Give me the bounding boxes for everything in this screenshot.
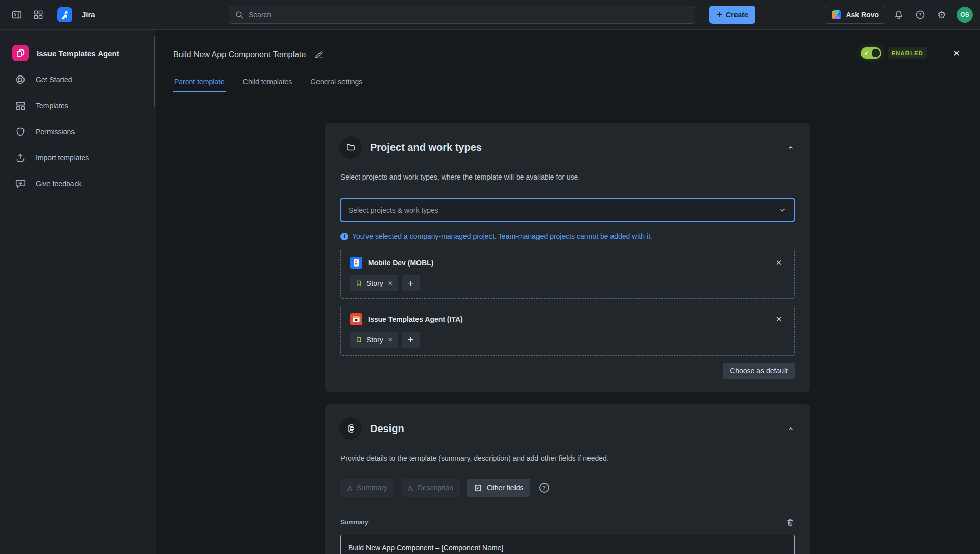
create-button-label: Create <box>726 11 748 19</box>
main-content: Build New App Component Template ✓ ENABL… <box>156 30 980 554</box>
chevron-down-icon <box>778 206 787 214</box>
add-work-type-button[interactable]: + <box>402 275 420 291</box>
app-grid-icon <box>33 9 44 20</box>
card-title: Project and work types <box>370 142 482 154</box>
selected-project-row: Issue Templates Agent (ITA) ✕ Story ✕ + <box>340 306 795 356</box>
project-header: Mobile Dev (MOBL) ✕ <box>350 257 785 269</box>
info-message: i You've selected a company-managed proj… <box>340 232 652 240</box>
lifebuoy-icon <box>14 73 27 86</box>
card-header: Project and work types <box>339 136 798 159</box>
search-icon <box>235 10 244 19</box>
enabled-toggle[interactable]: ✓ <box>861 47 881 59</box>
work-type-chips: Story ✕ + <box>350 275 785 291</box>
page-header: Build New App Component Template <box>173 48 326 61</box>
pencil-icon <box>314 49 324 60</box>
sidebar: Issue Templates Agent Get Started Templa… <box>0 30 156 554</box>
project-select[interactable]: Select projects & work types <box>340 198 795 222</box>
avatar[interactable]: OS <box>957 7 973 23</box>
shield-icon <box>14 125 27 138</box>
search-input[interactable] <box>249 11 689 19</box>
feedback-icon <box>14 178 27 190</box>
toggle-knob <box>872 49 880 57</box>
plus-icon: + <box>717 10 722 19</box>
field-buttons-row: A Summary A Description Other fields ? <box>340 479 549 497</box>
sidebar-item-import-templates[interactable]: Import templates <box>0 144 156 170</box>
settings-button[interactable]: ⚙ <box>933 6 950 23</box>
app-name: Jira <box>82 10 95 19</box>
close-button[interactable]: ✕ <box>948 45 965 61</box>
tab-child-templates[interactable]: Child templates <box>242 75 293 92</box>
help-button[interactable]: ? <box>912 6 929 23</box>
work-type-chip-story[interactable]: Story ✕ <box>350 332 398 348</box>
sidebar-item-label: Get Started <box>36 75 72 84</box>
delete-field-button[interactable] <box>783 516 797 529</box>
work-type-label: Story <box>366 336 383 344</box>
project-name: Issue Templates Agent (ITA) <box>368 315 463 323</box>
text-field-icon: A <box>408 484 413 492</box>
sidebar-app-title: Issue Templates Agent <box>37 49 119 58</box>
project-header: Issue Templates Agent (ITA) ✕ <box>350 313 785 325</box>
templates-icon <box>14 99 27 112</box>
form-icon <box>474 484 482 492</box>
sidebar-item-get-started[interactable]: Get Started <box>0 66 156 92</box>
ask-rovo-button[interactable]: Ask Rovo <box>825 6 886 24</box>
global-search[interactable] <box>229 6 695 24</box>
sidebar-item-label: Import templates <box>36 154 89 162</box>
collapse-button[interactable] <box>783 421 798 436</box>
tab-parent-template[interactable]: Parent template <box>173 75 226 92</box>
sidebar-toggle-button[interactable] <box>8 6 26 23</box>
notifications-button[interactable] <box>890 6 908 23</box>
sidebar-item-templates[interactable]: Templates <box>0 92 156 118</box>
close-icon: ✕ <box>776 258 782 267</box>
outline-tree-icon <box>339 417 362 440</box>
bookmark-icon <box>355 336 362 343</box>
ask-rovo-label: Ask Rovo <box>846 11 879 19</box>
add-description-label: Description <box>418 484 453 492</box>
card-title: Design <box>370 423 404 435</box>
divider <box>938 46 938 60</box>
add-work-type-button[interactable]: + <box>402 332 420 348</box>
template-status-controls: ✓ ENABLED ✕ <box>861 46 965 60</box>
sidebar-scrollbar[interactable] <box>154 36 155 107</box>
topbar: Jira + Create Ask Rovo <box>0 0 980 30</box>
jira-logo-icon[interactable] <box>57 7 72 22</box>
issue-templates-app-icon <box>12 45 29 61</box>
topbar-right-group: Ask Rovo ? ⚙ OS <box>825 0 973 30</box>
sidebar-item-give-feedback[interactable]: Give feedback <box>0 170 156 196</box>
sidebar-item-label: Templates <box>36 102 68 110</box>
remove-project-button[interactable]: ✕ <box>773 313 785 325</box>
close-icon: ✕ <box>953 48 960 59</box>
choose-as-default-button[interactable]: Choose as default <box>723 363 795 379</box>
sidebar-app-header: Issue Templates Agent <box>0 43 156 63</box>
bookmark-icon <box>355 280 362 287</box>
tab-general-settings[interactable]: General settings <box>309 75 363 92</box>
create-button[interactable]: + Create <box>709 6 755 24</box>
other-fields-button[interactable]: Other fields <box>467 479 530 497</box>
remove-work-type-icon[interactable]: ✕ <box>388 280 393 287</box>
summary-input[interactable] <box>340 535 795 554</box>
add-summary-label: Summary <box>357 484 387 492</box>
info-icon: i <box>340 233 348 240</box>
select-placeholder: Select projects & work types <box>349 206 438 214</box>
card-description: Select projects and work types, where th… <box>340 173 795 181</box>
template-tabs: Parent template Child templates General … <box>173 75 980 92</box>
chevron-up-icon <box>786 424 795 433</box>
help-icon[interactable]: ? <box>539 483 549 493</box>
work-type-chip-story[interactable]: Story ✕ <box>350 275 398 291</box>
edit-title-button[interactable] <box>312 48 326 61</box>
collapse-button[interactable] <box>783 140 798 155</box>
rovo-icon <box>832 10 841 19</box>
svg-text:?: ? <box>919 12 922 17</box>
add-description-button: A Description <box>401 479 460 497</box>
help-icon: ? <box>915 9 926 20</box>
sidebar-item-label: Permissions <box>36 128 75 136</box>
remove-project-button[interactable]: ✕ <box>773 257 785 269</box>
sidebar-item-permissions[interactable]: Permissions <box>0 118 156 144</box>
summary-field-header: Summary <box>340 516 797 529</box>
project-name: Mobile Dev (MOBL) <box>368 259 433 267</box>
chevron-up-icon <box>786 143 795 152</box>
remove-work-type-icon[interactable]: ✕ <box>388 336 393 343</box>
app-switcher-button[interactable] <box>30 6 47 23</box>
work-type-chips: Story ✕ + <box>350 332 785 348</box>
info-message-text: You've selected a company-managed projec… <box>352 232 652 240</box>
